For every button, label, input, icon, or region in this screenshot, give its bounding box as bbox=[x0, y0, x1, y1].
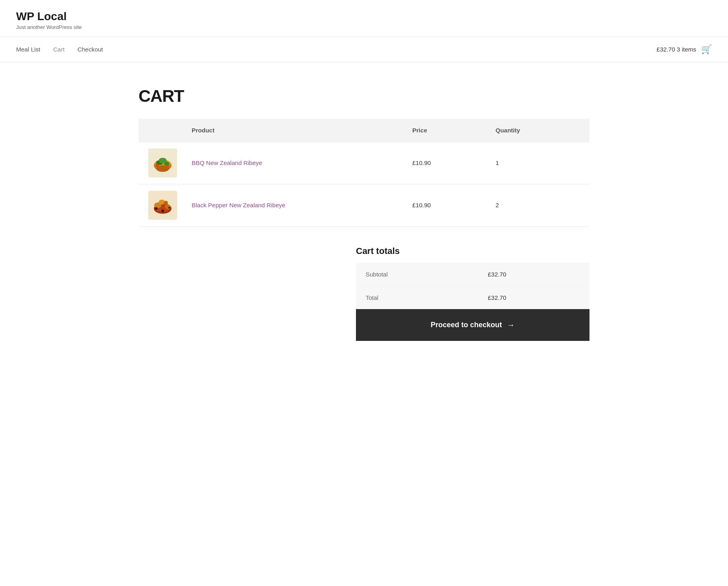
site-header: WP Local Just another WordPress site bbox=[0, 0, 728, 37]
checkout-button-label: Proceed to checkout bbox=[430, 321, 502, 329]
totals-table: Subtotal £32.70 Total £32.70 bbox=[356, 263, 589, 309]
total-label: Total bbox=[356, 286, 478, 309]
cart-totals-container: Cart totals Subtotal £32.70 Total £32.70… bbox=[356, 246, 589, 341]
subtotal-row: Subtotal £32.70 bbox=[356, 263, 589, 286]
svg-point-5 bbox=[159, 158, 167, 163]
table-row: BBQ New Zealand Ribeye £10.90 1 bbox=[139, 142, 589, 184]
product-price-cell: £10.90 bbox=[403, 142, 486, 184]
col-header-quantity: Quantity bbox=[486, 119, 589, 142]
product-thumbnail-cell bbox=[139, 142, 182, 184]
cart-totals-title: Cart totals bbox=[356, 246, 589, 256]
product-price-cell: £10.90 bbox=[403, 184, 486, 226]
product-thumbnail bbox=[148, 191, 177, 220]
table-row: Black Pepper New Zealand Ribeye £10.90 2 bbox=[139, 184, 589, 226]
nav-cart-area: £32.70 3 items 🛒 bbox=[657, 44, 712, 55]
site-tagline: Just another WordPress site bbox=[16, 24, 712, 30]
page-title: CART bbox=[139, 87, 589, 106]
checkout-arrow-icon: → bbox=[507, 320, 515, 330]
product-qty-cell: 2 bbox=[486, 184, 589, 226]
cart-totals-section: Cart totals Subtotal £32.70 Total £32.70… bbox=[139, 246, 589, 341]
product-link[interactable]: Black Pepper New Zealand Ribeye bbox=[192, 202, 285, 208]
site-nav: Meal List Cart Checkout £32.70 3 items 🛒 bbox=[0, 37, 728, 62]
product-name-cell: Black Pepper New Zealand Ribeye bbox=[182, 184, 403, 226]
subtotal-label: Subtotal bbox=[356, 263, 478, 286]
product-quantity: 1 bbox=[496, 159, 499, 166]
nav-meal-list[interactable]: Meal List bbox=[16, 46, 40, 53]
product-quantity: 2 bbox=[496, 202, 499, 208]
product-qty-cell: 1 bbox=[486, 142, 589, 184]
nav-links: Meal List Cart Checkout bbox=[16, 46, 657, 53]
svg-point-16 bbox=[155, 207, 157, 210]
product-name-cell: BBQ New Zealand Ribeye bbox=[182, 142, 403, 184]
subtotal-value: £32.70 bbox=[478, 263, 589, 286]
cart-table: Product Price Quantity bbox=[139, 119, 589, 227]
product-price: £10.90 bbox=[412, 202, 431, 208]
svg-point-18 bbox=[161, 210, 164, 212]
col-header-thumb bbox=[139, 119, 182, 142]
col-header-product: Product bbox=[182, 119, 403, 142]
checkout-button[interactable]: Proceed to checkout → bbox=[356, 309, 589, 341]
product-price: £10.90 bbox=[412, 159, 431, 166]
total-row: Total £32.70 bbox=[356, 286, 589, 309]
col-header-price: Price bbox=[403, 119, 486, 142]
svg-point-13 bbox=[165, 204, 170, 209]
nav-checkout[interactable]: Checkout bbox=[77, 46, 103, 53]
total-value: £32.70 bbox=[478, 286, 589, 309]
svg-point-8 bbox=[156, 165, 169, 172]
site-title: WP Local bbox=[16, 10, 712, 23]
product-thumbnail-cell bbox=[139, 184, 182, 226]
product-thumbnail bbox=[148, 149, 177, 177]
product-link[interactable]: BBQ New Zealand Ribeye bbox=[192, 159, 262, 166]
table-header-row: Product Price Quantity bbox=[139, 119, 589, 142]
cart-basket-icon[interactable]: 🛒 bbox=[701, 44, 712, 55]
svg-point-15 bbox=[164, 201, 168, 205]
main-content: CART Product Price Quantity bbox=[122, 62, 606, 365]
cart-summary: £32.70 3 items bbox=[657, 46, 696, 53]
svg-point-17 bbox=[168, 207, 170, 208]
nav-cart[interactable]: Cart bbox=[53, 46, 64, 53]
